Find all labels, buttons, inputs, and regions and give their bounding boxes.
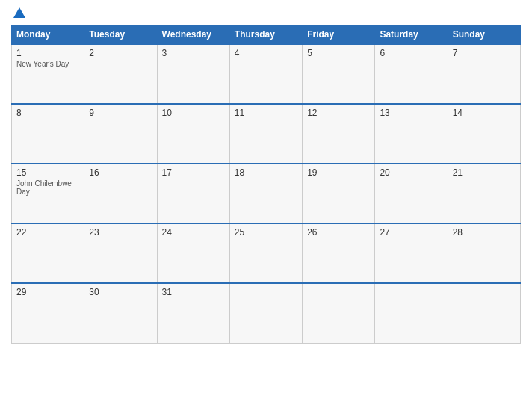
week-row-1: 1New Year's Day234567: [12, 44, 521, 104]
calendar-cell: 29: [12, 283, 84, 343]
day-number: 26: [307, 227, 370, 238]
calendar-cell: 9: [84, 104, 157, 164]
day-number: 4: [235, 48, 297, 58]
day-number: 14: [453, 108, 516, 118]
weekday-header-tuesday: Tuesday: [84, 25, 157, 45]
day-number: 28: [453, 227, 516, 238]
calendar-cell: [229, 283, 302, 343]
calendar-cell: 17: [157, 164, 229, 223]
day-number: 3: [162, 48, 225, 58]
calendar-cell: 5: [303, 44, 375, 104]
calendar-header: MondayTuesdayWednesdayThursdayFridaySatu…: [12, 25, 521, 45]
calendar-cell: 22: [12, 223, 84, 283]
calendar-cell: 1New Year's Day: [12, 44, 84, 104]
day-number: 17: [162, 167, 225, 178]
day-number: 18: [235, 167, 297, 178]
calendar-cell: 11: [229, 104, 302, 164]
day-number: 24: [162, 227, 225, 238]
day-number: 10: [162, 108, 225, 118]
weekday-header-thursday: Thursday: [229, 25, 302, 45]
header: [11, 7, 521, 19]
day-number: 15: [16, 167, 79, 178]
day-number: 13: [380, 108, 442, 118]
week-row-2: 891011121314: [12, 104, 521, 164]
calendar-cell: 16: [84, 164, 157, 223]
day-number: 5: [307, 48, 370, 58]
calendar-cell: 21: [448, 164, 520, 223]
calendar-cell: 30: [84, 283, 157, 343]
day-number: 29: [16, 287, 79, 297]
weekday-header-sunday: Sunday: [448, 25, 520, 45]
weekday-header-friday: Friday: [303, 25, 375, 45]
logo-triangle-icon: [13, 7, 25, 18]
calendar-cell: 31: [157, 283, 229, 343]
calendar-cell: 28: [448, 223, 520, 283]
logo: [11, 7, 25, 19]
calendar-cell: 4: [229, 44, 302, 104]
holiday-label: John Chilembwe Day: [16, 179, 79, 196]
calendar-cell: 15John Chilembwe Day: [12, 164, 84, 223]
weekday-header-wednesday: Wednesday: [157, 25, 229, 45]
calendar-body: 1New Year's Day23456789101112131415John …: [12, 44, 521, 343]
calendar-cell: [375, 283, 448, 343]
day-number: 7: [453, 48, 516, 58]
calendar-cell: 19: [303, 164, 375, 223]
calendar-cell: 27: [375, 223, 448, 283]
day-number: 20: [380, 167, 442, 178]
day-number: 6: [380, 48, 442, 58]
week-row-3: 15John Chilembwe Day161718192021: [12, 164, 521, 223]
day-number: 11: [235, 108, 297, 118]
calendar-table: MondayTuesdayWednesdayThursdayFridaySatu…: [11, 25, 521, 344]
day-number: 25: [235, 227, 297, 238]
calendar-cell: 13: [375, 104, 448, 164]
calendar-cell: 6: [375, 44, 448, 104]
calendar-page: MondayTuesdayWednesdayThursdayFridaySatu…: [0, 0, 532, 411]
day-number: 1: [16, 48, 79, 58]
calendar-cell: 8: [12, 104, 84, 164]
calendar-cell: 20: [375, 164, 448, 223]
calendar-cell: 14: [448, 104, 520, 164]
calendar-cell: 12: [303, 104, 375, 164]
day-number: 19: [307, 167, 370, 178]
day-number: 12: [307, 108, 370, 118]
week-row-5: 293031: [12, 283, 521, 343]
day-number: 27: [380, 227, 442, 238]
weekday-header-monday: Monday: [12, 25, 84, 45]
day-number: 31: [162, 287, 225, 297]
calendar-cell: 10: [157, 104, 229, 164]
calendar-cell: 2: [84, 44, 157, 104]
day-number: 9: [89, 108, 152, 118]
weekday-row: MondayTuesdayWednesdayThursdayFridaySatu…: [12, 25, 521, 45]
holiday-label: New Year's Day: [16, 60, 79, 68]
calendar-cell: 23: [84, 223, 157, 283]
calendar-cell: [303, 283, 375, 343]
day-number: 21: [453, 167, 516, 178]
day-number: 23: [89, 227, 152, 238]
day-number: 8: [16, 108, 79, 118]
calendar-cell: 26: [303, 223, 375, 283]
day-number: 22: [16, 227, 79, 238]
calendar-cell: 24: [157, 223, 229, 283]
calendar-cell: 18: [229, 164, 302, 223]
calendar-cell: 3: [157, 44, 229, 104]
day-number: 2: [89, 48, 152, 58]
calendar-cell: [448, 283, 520, 343]
calendar-cell: 7: [448, 44, 520, 104]
week-row-4: 22232425262728: [12, 223, 521, 283]
calendar-cell: 25: [229, 223, 302, 283]
day-number: 16: [89, 167, 152, 178]
weekday-header-saturday: Saturday: [375, 25, 448, 45]
day-number: 30: [89, 287, 152, 297]
